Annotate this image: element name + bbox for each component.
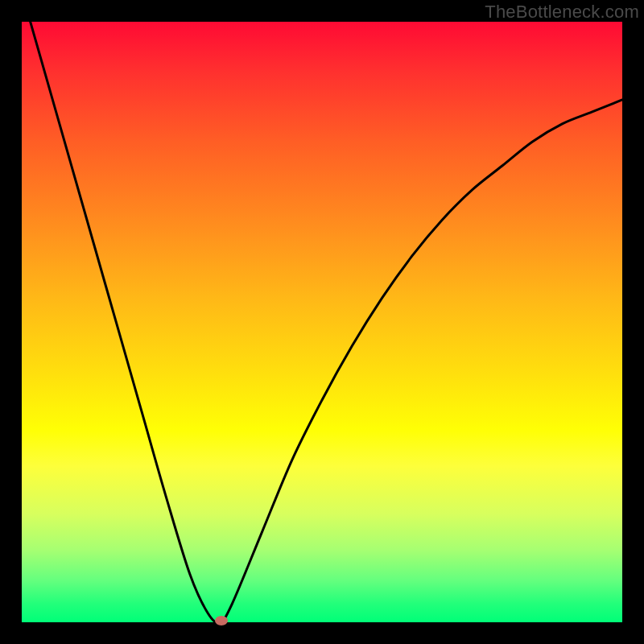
plot-area: [22, 22, 622, 622]
watermark-text: TheBottleneck.com: [485, 2, 639, 23]
minimum-marker: [215, 616, 228, 625]
curve-svg: [22, 22, 622, 622]
bottleneck-curve: [22, 0, 622, 623]
